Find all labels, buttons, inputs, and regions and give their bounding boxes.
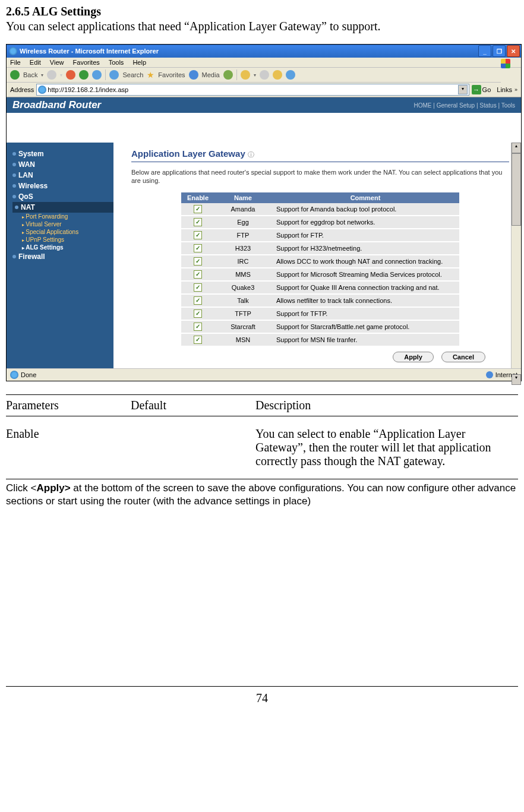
row-comment: Support for TFTP.	[272, 307, 459, 320]
media-icon[interactable]	[189, 70, 198, 80]
row-comment: Support for Amanda backup tool protocol.	[272, 203, 459, 216]
table-row: ✓TalkAllows netfilter to track talk conn…	[181, 294, 459, 307]
back-icon[interactable]	[10, 70, 20, 80]
sidebar-item-nat[interactable]: NAT	[12, 202, 113, 213]
divider	[6, 394, 518, 395]
enable-checkbox[interactable]: ✓	[194, 257, 202, 266]
table-row: ✓H323Support for H323/netmeeting.	[181, 242, 459, 255]
parameters-table: Parameters Default Description Enable Yo…	[6, 394, 518, 479]
mail-icon[interactable]	[241, 70, 250, 80]
edit-icon[interactable]	[273, 70, 282, 80]
sidebar-sub-virtual-server[interactable]: Virtual Server	[12, 220, 113, 228]
mail-dropdown-icon[interactable]: ▾	[254, 72, 256, 78]
favorites-star-icon[interactable]: ★	[147, 70, 154, 80]
links-label[interactable]: Links	[497, 86, 512, 93]
media-button[interactable]: Media	[202, 71, 220, 78]
enable-checkbox[interactable]: ✓	[194, 218, 202, 226]
param-header-description: Description	[255, 399, 518, 412]
sidebar-sub-alg-settings[interactable]: ALG Settings	[12, 244, 113, 251]
enable-checkbox[interactable]: ✓	[194, 336, 202, 344]
param-desc-enable: You can select to enable “Application La…	[255, 427, 518, 468]
sidebar-sub-special-applications[interactable]: Special Applications	[12, 228, 113, 236]
row-comment: Support for FTP.	[272, 229, 459, 242]
help-icon[interactable]: ⓘ	[248, 151, 254, 158]
back-dropdown-icon[interactable]: ▾	[41, 72, 43, 78]
bullet-icon	[12, 152, 16, 156]
menu-view[interactable]: View	[50, 59, 64, 66]
sidebar-item-system[interactable]: System	[12, 149, 113, 159]
scrollbar[interactable]: ▴ ▾	[511, 143, 521, 368]
sidebar-label: Wireless	[18, 182, 48, 190]
sidebar-sub-port-forwarding[interactable]: Port Forwarding	[12, 213, 113, 220]
param-header-default: Default	[131, 399, 255, 412]
go-button[interactable]: → Go	[472, 85, 491, 94]
main-content: Application Layer Gateway ⓘ Below are ap…	[113, 143, 521, 368]
router-brand: Broadband Router	[12, 99, 101, 111]
address-bar: Address ▾ → Go Links »	[7, 83, 521, 97]
internet-zone-icon	[486, 371, 493, 378]
menu-edit[interactable]: Edit	[30, 59, 41, 66]
print-icon[interactable]	[260, 70, 269, 80]
sidebar-item-lan[interactable]: LAN	[12, 170, 113, 181]
enable-checkbox[interactable]: ✓	[194, 244, 202, 252]
table-row: ✓Quake3Support for Quake III Arena conne…	[181, 281, 459, 294]
sidebar-sub-upnp-settings[interactable]: UPnP Settings	[12, 236, 113, 244]
router-topnav[interactable]: HOME | General Setup | Status | Tools	[414, 102, 515, 109]
search-button[interactable]: Search	[122, 71, 143, 78]
refresh-icon[interactable]	[79, 70, 89, 80]
titlebar: Wireless Router - Microsoft Internet Exp…	[7, 45, 521, 58]
apply-note-pre: Click <	[6, 482, 36, 494]
table-row: ✓FTPSupport for FTP.	[181, 229, 459, 242]
favorites-button[interactable]: Favorites	[158, 71, 185, 78]
minimize-button[interactable]: _	[478, 45, 491, 57]
row-name: FTP	[214, 229, 272, 242]
address-label: Address	[10, 86, 34, 93]
scroll-thumb[interactable]	[512, 153, 521, 226]
enable-checkbox[interactable]: ✓	[194, 323, 202, 331]
sidebar-label: QoS	[18, 192, 33, 201]
menu-help[interactable]: Help	[132, 59, 146, 66]
search-icon[interactable]	[109, 70, 119, 80]
sidebar-item-wireless[interactable]: Wireless	[12, 181, 113, 191]
bullet-icon	[12, 173, 16, 177]
scroll-down-icon[interactable]: ▾	[512, 374, 521, 385]
row-name: MSN	[214, 333, 272, 346]
table-row: ✓EggSupport for eggdrop bot networks.	[181, 216, 459, 229]
address-input[interactable]	[46, 86, 457, 94]
sidebar-item-qos[interactable]: QoS	[12, 191, 113, 202]
th-name: Name	[214, 192, 272, 203]
links-chevron-icon[interactable]: »	[514, 87, 517, 93]
row-comment: Support for eggdrop bot networks.	[272, 216, 459, 229]
address-input-wrapper[interactable]: ▾	[36, 84, 469, 96]
stop-icon[interactable]	[66, 70, 75, 80]
row-name: Egg	[214, 216, 272, 229]
cancel-button[interactable]: Cancel	[441, 352, 485, 362]
enable-checkbox[interactable]: ✓	[194, 296, 202, 305]
param-header-parameters: Parameters	[6, 399, 131, 412]
row-comment: Allows DCC to work though NAT and connec…	[272, 255, 459, 268]
enable-checkbox[interactable]: ✓	[194, 283, 202, 292]
sidebar: System WAN LAN Wireless QoS NAT Port For…	[7, 143, 113, 368]
page-title-text: Application Layer Gateway	[131, 149, 245, 159]
enable-checkbox[interactable]: ✓	[194, 205, 202, 213]
enable-checkbox[interactable]: ✓	[194, 309, 202, 318]
scroll-up-icon[interactable]: ▴	[512, 143, 521, 153]
menu-favorites[interactable]: Favorites	[73, 59, 100, 66]
history-icon[interactable]	[223, 70, 233, 80]
home-icon[interactable]	[92, 70, 102, 80]
go-label: Go	[482, 86, 491, 93]
back-button[interactable]: Back	[23, 71, 37, 78]
discuss-icon[interactable]	[286, 70, 295, 80]
menu-file[interactable]: File	[10, 59, 21, 66]
sidebar-item-firewall[interactable]: Firewall	[12, 251, 113, 262]
row-name: Talk	[214, 294, 272, 307]
restore-button[interactable]: ❐	[493, 45, 506, 57]
close-button[interactable]: ✕	[507, 45, 520, 57]
menu-tools[interactable]: Tools	[109, 59, 124, 66]
enable-checkbox[interactable]: ✓	[194, 231, 202, 239]
address-dropdown-icon[interactable]: ▾	[458, 85, 468, 94]
sidebar-item-wan[interactable]: WAN	[12, 159, 113, 170]
enable-checkbox[interactable]: ✓	[194, 270, 202, 279]
row-comment: Support for Microsoft Streaming Media Se…	[272, 268, 459, 281]
apply-button[interactable]: Apply	[393, 352, 434, 362]
